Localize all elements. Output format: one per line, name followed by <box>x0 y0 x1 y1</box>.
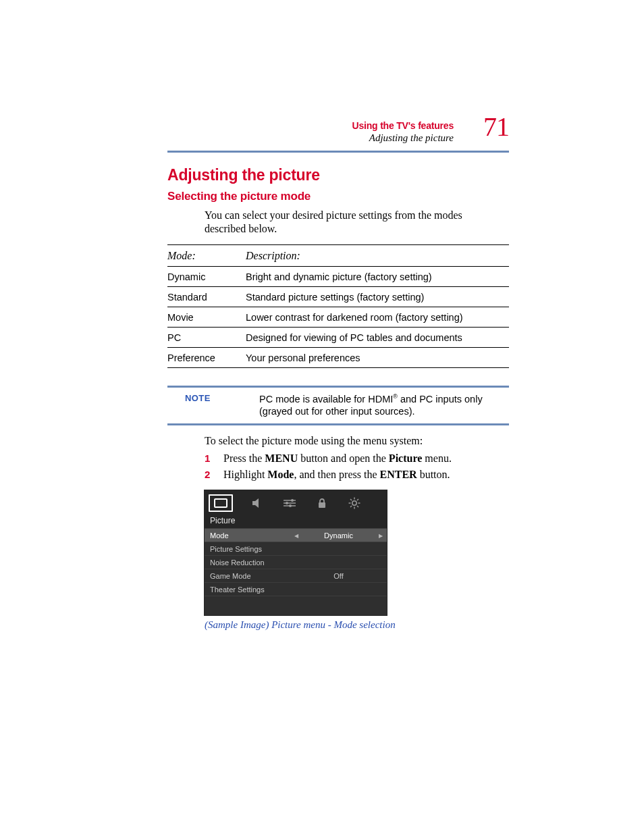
note-text-before: PC mode is available for HDMI <box>259 394 393 405</box>
description-cell: Standard picture settings (factory setti… <box>246 286 509 307</box>
table-row: PC Designed for viewing of PC tables and… <box>167 327 509 347</box>
step-fragment: Highlight <box>223 469 267 480</box>
step-fragment: Press the <box>223 452 265 464</box>
page: Using the TV's features Adjusting the pi… <box>0 0 644 834</box>
picture-mode-table: Mode: Description: Dynamic Bright and dy… <box>167 244 509 368</box>
tv-row-label: Theater Settings <box>210 585 296 594</box>
table-row: Standard Standard picture settings (fact… <box>167 286 509 307</box>
svg-line-16 <box>350 506 352 507</box>
tv-row-value: Off <box>296 572 381 580</box>
tv-menu-row: Noise Reduction <box>205 555 387 569</box>
tv-menu-row-mode: Mode ◀ Dynamic ▶ <box>205 528 387 542</box>
description-cell: Bright and dynamic picture (factory sett… <box>246 266 509 286</box>
table-row: Preference Your personal preferences <box>167 347 509 367</box>
table-row: Dynamic Bright and dynamic picture (fact… <box>167 266 509 286</box>
tv-menu-row: Theater Settings <box>205 582 387 596</box>
svg-point-8 <box>352 501 356 505</box>
header-rule <box>167 151 509 153</box>
tv-row-label: Game Mode <box>210 572 296 580</box>
note-label: NOTE <box>167 393 259 418</box>
step-text: Press the MENU button and open the Pictu… <box>223 452 452 465</box>
tv-row-label: Noise Reduction <box>210 558 296 567</box>
page-number: 71 <box>483 111 509 142</box>
picture-tab-icon <box>209 494 233 512</box>
arrow-right-icon: ▶ <box>379 532 383 538</box>
mode-cell: PC <box>167 327 246 347</box>
table-row: Movie Lower contrast for darkened room (… <box>167 307 509 327</box>
svg-rect-0 <box>215 499 227 507</box>
steps-intro: To select the picture mode using the men… <box>205 435 509 447</box>
mode-cell: Movie <box>167 307 246 327</box>
lock-icon <box>314 496 330 510</box>
mode-cell: Standard <box>167 286 246 307</box>
sound-tab-icon <box>249 496 265 510</box>
header-chapter: Using the TV's features <box>352 120 454 131</box>
header-text-block: Using the TV's features Adjusting the pi… <box>352 120 454 144</box>
brightness-icon <box>346 496 363 510</box>
svg-point-4 <box>286 502 288 504</box>
step-bold: MENU <box>265 452 298 464</box>
intro-paragraph: You can select your desired picture sett… <box>205 209 488 236</box>
description-cell: Lower contrast for darkened room (factor… <box>246 307 509 327</box>
header-subtitle: Adjusting the picture <box>352 132 454 144</box>
arrow-left-icon: ◀ <box>294 532 298 538</box>
step-text: Highlight Mode, and then press the ENTER… <box>223 469 450 481</box>
tv-menu-spacer <box>205 596 387 615</box>
step-fragment: , and then press the <box>294 469 379 480</box>
note-body: PC mode is available for HDMI® and PC in… <box>259 393 509 418</box>
tv-row-label: Mode <box>210 531 296 540</box>
subsection-title: Selecting the picture mode <box>167 190 509 203</box>
step-bold: Picture <box>389 452 422 464</box>
note-box: NOTE PC mode is available for HDMI® and … <box>167 386 509 425</box>
mode-cell: Preference <box>167 347 246 367</box>
tv-row-value-text: Dynamic <box>324 531 353 540</box>
step-number: 2 <box>205 469 223 481</box>
image-caption: (Sample Image) Picture menu - Mode selec… <box>205 619 509 631</box>
step-fragment: menu. <box>422 452 452 464</box>
tv-row-value: ◀ Dynamic ▶ <box>296 531 381 540</box>
description-cell: Your personal preferences <box>246 347 509 367</box>
step-fragment: button and open the <box>298 452 389 464</box>
tv-menu-tabs <box>205 490 387 513</box>
description-cell: Designed for viewing of PC tables and do… <box>246 327 509 347</box>
tv-row-label: Picture Settings <box>210 545 296 553</box>
step-bold: ENTER <box>380 469 417 480</box>
settings-sliders-icon <box>281 496 298 510</box>
tv-menu-sample: Picture Mode ◀ Dynamic ▶ Picture Setting… <box>205 490 387 615</box>
registered-icon: ® <box>393 393 398 400</box>
step-bold: Mode <box>267 469 294 480</box>
svg-point-6 <box>289 504 292 507</box>
tv-menu-row: Game Mode Off <box>205 569 387 582</box>
step-2: 2 Highlight Mode, and then press the ENT… <box>205 469 509 481</box>
tv-menu-section-label: Picture <box>205 513 387 528</box>
section-title: Adjusting the picture <box>167 166 509 184</box>
tv-menu-row: Picture Settings <box>205 542 387 555</box>
svg-point-2 <box>291 499 294 502</box>
svg-line-14 <box>357 506 358 507</box>
step-1: 1 Press the MENU button and open the Pic… <box>205 452 509 465</box>
svg-line-15 <box>357 499 358 500</box>
mode-cell: Dynamic <box>167 266 246 286</box>
step-number: 1 <box>205 452 223 465</box>
svg-line-13 <box>350 499 352 500</box>
table-header-mode: Mode: <box>167 244 246 266</box>
step-fragment: button. <box>417 469 450 480</box>
svg-rect-7 <box>319 502 325 508</box>
table-header-description: Description: <box>246 244 509 266</box>
page-header: Using the TV's features Adjusting the pi… <box>167 115 509 153</box>
